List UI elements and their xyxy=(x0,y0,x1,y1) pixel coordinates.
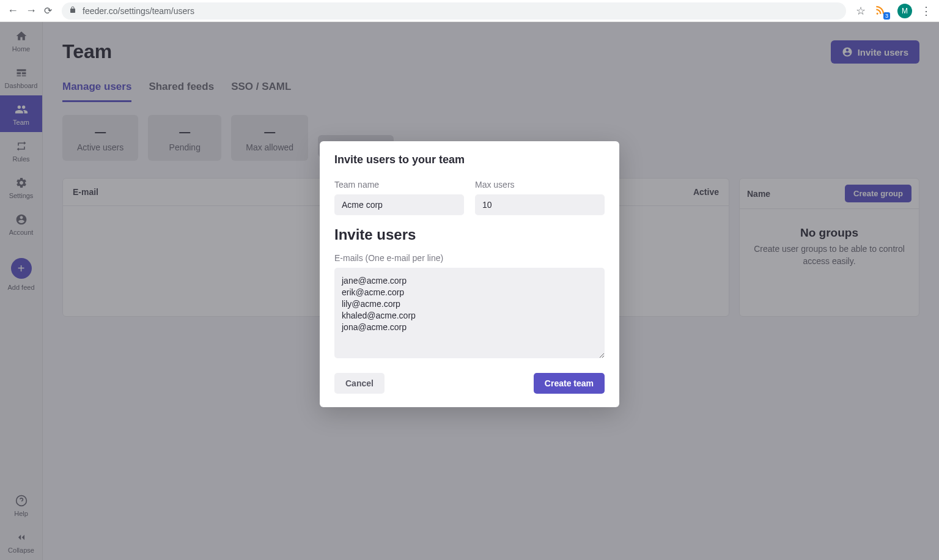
invite-modal: Invite users to your team Team name Max … xyxy=(320,141,619,407)
browser-chrome: ← → ⟳ feeder.co/settings/team/users ☆ 3 … xyxy=(0,0,939,22)
forward-button[interactable]: → xyxy=(26,4,37,17)
extension-badge: 3 xyxy=(883,12,890,20)
url-text: feeder.co/settings/team/users xyxy=(83,6,194,16)
browser-menu-icon[interactable]: ⋮ xyxy=(921,4,932,18)
team-name-label: Team name xyxy=(334,180,464,190)
modal-overlay[interactable]: Invite users to your team Team name Max … xyxy=(0,22,939,560)
bookmark-icon[interactable]: ☆ xyxy=(856,4,866,18)
address-bar[interactable]: feeder.co/settings/team/users xyxy=(62,2,846,20)
extension-icon[interactable]: 3 xyxy=(874,4,889,18)
max-users-label: Max users xyxy=(475,180,605,190)
profile-avatar[interactable]: M xyxy=(897,4,912,18)
create-team-button[interactable]: Create team xyxy=(534,373,605,394)
modal-subtitle: Invite users xyxy=(334,226,605,243)
reload-button[interactable]: ⟳ xyxy=(44,5,52,17)
emails-label: E-mails (One e-mail per line) xyxy=(334,253,605,263)
emails-textarea[interactable] xyxy=(334,268,605,358)
modal-title: Invite users to your team xyxy=(334,153,605,166)
team-name-input[interactable] xyxy=(334,194,464,215)
max-users-input[interactable] xyxy=(475,194,605,215)
back-button[interactable]: ← xyxy=(7,4,18,17)
lock-icon xyxy=(69,6,76,15)
cancel-button[interactable]: Cancel xyxy=(334,373,385,394)
